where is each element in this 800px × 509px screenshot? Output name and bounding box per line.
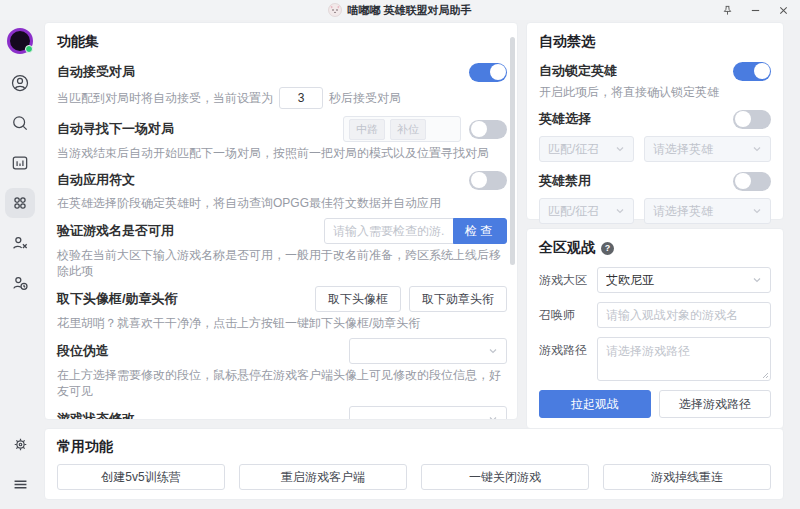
- ban-mode-select[interactable]: 匹配/征召: [539, 198, 634, 224]
- lane-tag-fill[interactable]: 补位: [390, 119, 426, 140]
- sidebar-item-menu[interactable]: [5, 469, 35, 499]
- feature-auto-next-match: 自动寻找下一场对局 中路 补位 当游戏结束后自动开始匹配下一场对局，按照前一把对…: [57, 116, 507, 161]
- auto-next-match-toggle[interactable]: [469, 120, 507, 139]
- sidebar: [0, 20, 40, 509]
- sidebar-item-profile[interactable]: [5, 68, 35, 98]
- feature-remove-frame: 取下头像框/勋章头衔 取下头像框 取下勋章头衔 花里胡哨？就喜欢干干净净，点击上…: [57, 286, 507, 331]
- help-icon[interactable]: ?: [601, 242, 614, 255]
- app-title-group: 喵嘟嘟 英雄联盟对局助手: [328, 3, 471, 18]
- toggle-knob: [471, 121, 487, 137]
- close-icon[interactable]: [772, 1, 794, 19]
- auto-lock-block: 自动锁定英雄 开启此项后，将直接确认锁定英雄: [539, 60, 771, 100]
- remove-frame-button[interactable]: 取下头像框: [315, 286, 401, 312]
- summoner-input[interactable]: [597, 302, 771, 328]
- game-path-textarea[interactable]: [597, 337, 771, 381]
- champion-ban-title: 英雄禁用: [539, 172, 591, 190]
- sidebar-item-search[interactable]: [5, 108, 35, 138]
- toggle-knob: [471, 172, 487, 188]
- sidebar-item-functions[interactable]: [5, 188, 35, 218]
- user-history-icon: [10, 273, 30, 293]
- pick-mode-select[interactable]: 匹配/征召: [539, 136, 634, 162]
- app-cat-icon: [328, 3, 342, 17]
- toggle-knob: [735, 111, 751, 127]
- lane-tags-box: 中路 补位: [343, 116, 461, 142]
- main-content: 功能集 自动接受对局 当匹配到对局时将自动接受，当前设置为秒后接受对局: [40, 20, 800, 509]
- champion-ban-toggle[interactable]: [733, 172, 771, 191]
- user-remove-icon: [10, 233, 30, 253]
- feature-desc: 校验在当前大区下输入游戏名称是否可用，一般用于改名前准备，跨区系统上线后移除此项: [57, 247, 507, 279]
- name-check-input[interactable]: [324, 218, 454, 244]
- feature-title: 自动寻找下一场对局: [57, 120, 174, 138]
- auto-lock-toggle[interactable]: [733, 62, 771, 81]
- chevron-down-icon: [752, 144, 762, 154]
- lane-tag-mid[interactable]: 中路: [349, 119, 385, 140]
- feature-desc: 当匹配到对局时将自动接受，当前设置为秒后接受对局: [57, 87, 507, 109]
- resize-grip-icon[interactable]: [761, 371, 769, 379]
- pick-mode-value: 匹配/征召: [548, 141, 615, 158]
- ban-champion-placeholder: 请选择英雄: [653, 203, 752, 220]
- feature-name-check: 验证游戏名是否可用 检查 校验在当前大区下输入游戏名称是否可用，一般用于改名前准…: [57, 218, 507, 279]
- sidebar-item-settings[interactable]: [5, 429, 35, 459]
- start-spectate-button[interactable]: 拉起观战: [539, 390, 651, 418]
- auto-ban-card: 自动禁选 自动锁定英雄 开启此项后，将直接确认锁定英雄 英雄选择: [526, 22, 784, 220]
- auto-lock-desc: 开启此项后，将直接确认锁定英雄: [539, 84, 771, 100]
- restart-client-button[interactable]: 重启游戏客户端: [239, 464, 407, 490]
- minimize-icon[interactable]: [744, 1, 766, 19]
- game-path-row: 游戏路径: [539, 337, 771, 381]
- desc-suffix: 秒后接受对局: [329, 91, 401, 105]
- feature-fake-rank: 段位伪造 在上方选择需要修改的段位，鼠标悬停在游戏客户端头像上可见修改的段位信息…: [57, 338, 507, 399]
- pin-icon[interactable]: [716, 1, 738, 19]
- auto-accept-toggle[interactable]: [469, 63, 507, 82]
- champion-pick-toggle[interactable]: [733, 110, 771, 129]
- function-set-title: 功能集: [57, 33, 507, 51]
- sidebar-item-blacklist[interactable]: [5, 228, 35, 258]
- region-label: 游戏大区: [539, 267, 597, 293]
- stats-icon: [10, 153, 30, 173]
- check-button[interactable]: 检查: [453, 218, 507, 244]
- summoner-label: 召唤师: [539, 302, 597, 328]
- feature-title: 取下头像框/勋章头衔: [57, 290, 178, 308]
- status-select[interactable]: [349, 406, 507, 420]
- feature-title: 段位伪造: [57, 342, 109, 360]
- feature-desc: 当游戏结束后自动开始匹配下一场对局，按照前一把对局的模式以及位置寻找对局: [57, 145, 507, 161]
- toggle-knob: [735, 173, 751, 189]
- reconnect-button[interactable]: 游戏掉线重连: [603, 464, 771, 490]
- feature-status-modify: 游戏状态修改 在上方选择需要修改的状态，游戏客户端在线状态即可更改，好友可见: [57, 406, 507, 420]
- champion-pick-block: 英雄选择 匹配/征召 请选择英雄: [539, 108, 771, 162]
- choose-path-button[interactable]: 选择游戏路径: [659, 390, 771, 418]
- close-game-button[interactable]: 一键关闭游戏: [421, 464, 589, 490]
- chevron-down-icon: [615, 144, 625, 154]
- desc-prefix: 当匹配到对局时将自动接受，当前设置为: [57, 91, 273, 105]
- chevron-down-icon: [752, 275, 762, 285]
- feature-title: 自动应用符文: [57, 171, 135, 189]
- remove-medal-button[interactable]: 取下勋章头衔: [409, 286, 507, 312]
- sidebar-item-stats[interactable]: [5, 148, 35, 178]
- common-functions-card: 常用功能 创建5v5训练营 重启游戏客户端 一键关闭游戏 游戏掉线重连: [44, 428, 784, 500]
- common-functions-title: 常用功能: [57, 438, 771, 456]
- online-status-dot: [25, 45, 33, 53]
- chevron-down-icon: [488, 346, 498, 356]
- gear-icon: [11, 435, 30, 454]
- summoner-row: 召唤师: [539, 302, 771, 328]
- sidebar-item-history[interactable]: [5, 268, 35, 298]
- create-training-button[interactable]: 创建5v5训练营: [57, 464, 225, 490]
- user-icon: [10, 73, 30, 93]
- auto-lock-title: 自动锁定英雄: [539, 62, 617, 80]
- feature-desc: 在上方选择需要修改的段位，鼠标悬停在游戏客户端头像上可见修改的段位信息，好友可见: [57, 367, 507, 399]
- scrollbar-thumb[interactable]: [510, 37, 515, 265]
- toggle-knob: [490, 64, 506, 80]
- feature-title: 游戏状态修改: [57, 410, 135, 420]
- chevron-down-icon: [752, 206, 762, 216]
- champion-ban-block: 英雄禁用 匹配/征召 请选择英雄: [539, 170, 771, 224]
- avatar[interactable]: [7, 28, 33, 54]
- auto-ban-title: 自动禁选: [539, 33, 771, 51]
- rank-select[interactable]: [349, 338, 507, 364]
- search-icon: [10, 113, 30, 133]
- ban-champion-select[interactable]: 请选择英雄: [644, 198, 771, 224]
- auto-runes-toggle[interactable]: [469, 171, 507, 190]
- accept-delay-input[interactable]: [279, 87, 323, 109]
- feature-auto-runes: 自动应用符文 在英雄选择阶段确定英雄时，将自动查询OPGG最佳符文数据并自动应用: [57, 168, 507, 211]
- region-select[interactable]: 艾欧尼亚: [597, 267, 771, 293]
- pick-champion-select[interactable]: 请选择英雄: [644, 136, 771, 162]
- region-row: 游戏大区 艾欧尼亚: [539, 267, 771, 293]
